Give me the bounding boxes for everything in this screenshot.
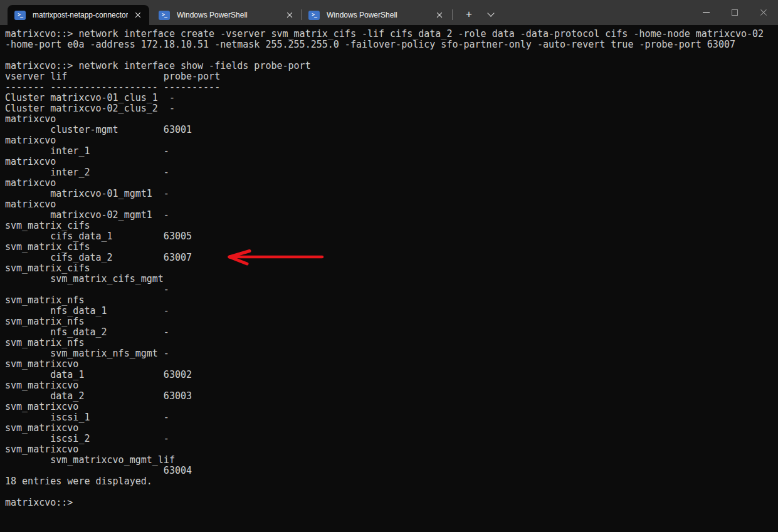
powershell-icon: >_	[308, 11, 320, 20]
new-tab-button[interactable]: +	[457, 5, 481, 24]
plus-icon: +	[466, 8, 472, 21]
chevron-down-icon	[487, 9, 494, 16]
maximize-icon	[732, 9, 738, 16]
terminal-window: >_ matrixpost-netapp-connector >_ Window…	[0, 0, 778, 532]
minimize-button[interactable]	[691, 0, 720, 25]
close-icon	[130, 8, 145, 22]
tab-title: Windows PowerShell	[327, 11, 429, 19]
tab-dropdown-button[interactable]	[482, 5, 500, 24]
tab-matrixpost-netapp-connector[interactable]: >_ matrixpost-netapp-connector	[8, 5, 149, 25]
close-icon	[432, 8, 447, 22]
maximize-button[interactable]	[720, 0, 749, 25]
powershell-icon: >_	[14, 11, 26, 20]
powershell-icon: >_	[159, 11, 170, 20]
tab-close-button[interactable]	[130, 8, 145, 22]
close-icon	[282, 8, 297, 22]
terminal-output-text: matrixcvo::> network interface create -v…	[0, 25, 778, 508]
tab-windows-powershell-2[interactable]: >_ Windows PowerShell	[302, 5, 451, 25]
tab-divider	[452, 9, 453, 20]
tab-title: Windows PowerShell	[177, 11, 280, 19]
title-bar[interactable]: >_ matrixpost-netapp-connector >_ Window…	[0, 0, 778, 25]
terminal-content-area[interactable]: matrixcvo::> network interface create -v…	[0, 25, 778, 532]
minimize-icon	[703, 12, 710, 13]
window-controls	[691, 0, 778, 25]
close-window-button[interactable]	[749, 0, 778, 25]
red-annotation-arrow	[223, 248, 326, 267]
tab-windows-powershell-1[interactable]: >_ Windows PowerShell	[152, 5, 301, 25]
tab-close-button[interactable]	[432, 8, 447, 22]
tab-title: matrixpost-netapp-connector	[33, 11, 128, 19]
tab-close-button[interactable]	[282, 8, 297, 22]
